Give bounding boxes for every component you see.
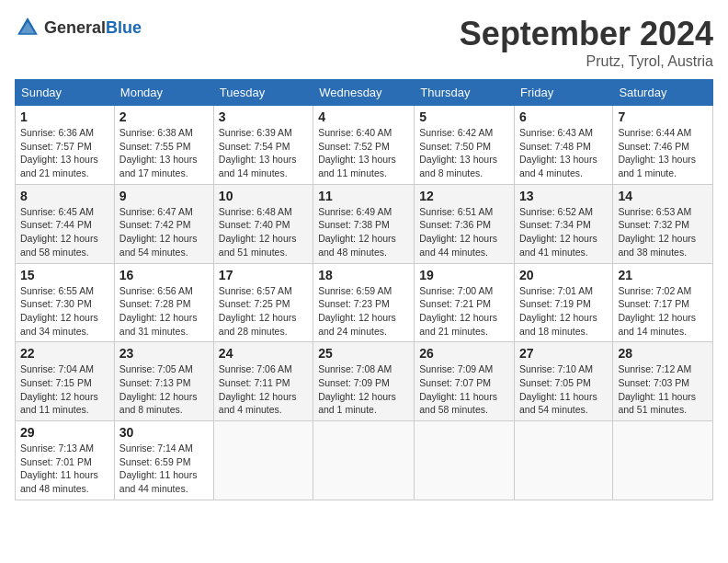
day-number: 29 <box>20 425 109 440</box>
day-info: Sunrise: 7:12 AMSunset: 7:03 PMDaylight:… <box>618 362 708 417</box>
weekday-header-tuesday: Tuesday <box>213 80 313 106</box>
calendar-cell <box>415 421 515 500</box>
day-info: Sunrise: 6:53 AMSunset: 7:32 PMDaylight:… <box>618 205 708 259</box>
weekday-header-thursday: Thursday <box>415 80 515 106</box>
calendar-cell: 3Sunrise: 6:39 AMSunset: 7:54 PMDaylight… <box>213 106 313 185</box>
calendar-cell: 27Sunrise: 7:10 AMSunset: 7:05 PMDayligh… <box>515 342 613 421</box>
calendar-cell: 14Sunrise: 6:53 AMSunset: 7:32 PMDayligh… <box>613 184 713 263</box>
day-number: 22 <box>20 346 109 361</box>
day-info: Sunrise: 6:57 AMSunset: 7:25 PMDaylight:… <box>219 284 308 339</box>
calendar-cell: 21Sunrise: 7:02 AMSunset: 7:17 PMDayligh… <box>613 263 713 342</box>
day-info: Sunrise: 7:10 AMSunset: 7:05 PMDaylight:… <box>519 362 608 417</box>
day-number: 27 <box>519 346 608 361</box>
day-number: 4 <box>318 109 409 124</box>
day-info: Sunrise: 6:39 AMSunset: 7:54 PMDaylight:… <box>219 126 308 180</box>
calendar-cell: 7Sunrise: 6:44 AMSunset: 7:46 PMDaylight… <box>613 106 713 185</box>
day-number: 8 <box>20 189 109 203</box>
day-number: 25 <box>318 346 409 361</box>
day-number: 17 <box>219 268 308 282</box>
calendar-cell: 12Sunrise: 6:51 AMSunset: 7:36 PMDayligh… <box>415 184 515 263</box>
weekday-header-sunday: Sunday <box>16 80 115 106</box>
day-number: 21 <box>618 268 708 282</box>
calendar-cell <box>613 421 713 500</box>
title-block: September 2024 Prutz, Tyrol, Austria <box>460 15 713 70</box>
week-row-5: 29Sunrise: 7:13 AMSunset: 7:01 PMDayligh… <box>16 421 713 500</box>
calendar-table: SundayMondayTuesdayWednesdayThursdayFrid… <box>15 79 713 500</box>
logo-blue: Blue <box>106 18 142 37</box>
day-info: Sunrise: 7:08 AMSunset: 7:09 PMDaylight:… <box>318 362 409 417</box>
day-info: Sunrise: 7:01 AMSunset: 7:19 PMDaylight:… <box>519 284 608 339</box>
day-number: 14 <box>618 189 708 203</box>
day-number: 1 <box>20 109 109 124</box>
calendar-cell: 23Sunrise: 7:05 AMSunset: 7:13 PMDayligh… <box>114 342 213 421</box>
day-info: Sunrise: 7:00 AMSunset: 7:21 PMDaylight:… <box>419 284 509 339</box>
week-row-4: 22Sunrise: 7:04 AMSunset: 7:15 PMDayligh… <box>16 342 713 421</box>
month-title: September 2024 <box>460 15 713 53</box>
calendar-cell: 6Sunrise: 6:43 AMSunset: 7:48 PMDaylight… <box>515 106 613 185</box>
calendar-cell: 24Sunrise: 7:06 AMSunset: 7:11 PMDayligh… <box>213 342 313 421</box>
day-number: 30 <box>119 425 209 440</box>
day-info: Sunrise: 6:38 AMSunset: 7:55 PMDaylight:… <box>119 126 209 180</box>
calendar-cell: 11Sunrise: 6:49 AMSunset: 7:38 PMDayligh… <box>313 184 415 263</box>
day-number: 9 <box>119 189 209 203</box>
weekday-header-row: SundayMondayTuesdayWednesdayThursdayFrid… <box>16 80 713 106</box>
calendar-cell: 29Sunrise: 7:13 AMSunset: 7:01 PMDayligh… <box>16 421 115 500</box>
day-info: Sunrise: 6:49 AMSunset: 7:38 PMDaylight:… <box>318 205 409 259</box>
day-info: Sunrise: 7:06 AMSunset: 7:11 PMDaylight:… <box>219 362 308 417</box>
calendar-cell: 20Sunrise: 7:01 AMSunset: 7:19 PMDayligh… <box>515 263 613 342</box>
day-number: 3 <box>219 109 308 124</box>
calendar-cell: 13Sunrise: 6:52 AMSunset: 7:34 PMDayligh… <box>515 184 613 263</box>
day-number: 23 <box>119 346 209 361</box>
week-row-3: 15Sunrise: 6:55 AMSunset: 7:30 PMDayligh… <box>16 263 713 342</box>
calendar-cell: 8Sunrise: 6:45 AMSunset: 7:44 PMDaylight… <box>16 184 115 263</box>
day-info: Sunrise: 6:45 AMSunset: 7:44 PMDaylight:… <box>20 205 109 259</box>
day-info: Sunrise: 7:02 AMSunset: 7:17 PMDaylight:… <box>618 284 708 339</box>
day-info: Sunrise: 6:51 AMSunset: 7:36 PMDaylight:… <box>419 205 509 259</box>
day-number: 11 <box>318 189 409 203</box>
day-info: Sunrise: 7:04 AMSunset: 7:15 PMDaylight:… <box>20 362 109 417</box>
day-number: 2 <box>119 109 209 124</box>
calendar-cell <box>213 421 313 500</box>
logo-icon <box>15 15 40 40</box>
calendar-cell: 22Sunrise: 7:04 AMSunset: 7:15 PMDayligh… <box>16 342 115 421</box>
calendar-cell: 2Sunrise: 6:38 AMSunset: 7:55 PMDaylight… <box>114 106 213 185</box>
day-info: Sunrise: 7:14 AMSunset: 6:59 PMDaylight:… <box>119 442 209 496</box>
day-number: 12 <box>419 189 509 203</box>
day-number: 24 <box>219 346 308 361</box>
calendar-cell: 1Sunrise: 6:36 AMSunset: 7:57 PMDaylight… <box>16 106 115 185</box>
page-header: GeneralBlue September 2024 Prutz, Tyrol,… <box>15 15 713 70</box>
logo: GeneralBlue <box>15 15 142 40</box>
calendar-cell: 5Sunrise: 6:42 AMSunset: 7:50 PMDaylight… <box>415 106 515 185</box>
day-info: Sunrise: 6:42 AMSunset: 7:50 PMDaylight:… <box>419 126 509 180</box>
day-number: 13 <box>519 189 608 203</box>
calendar-cell <box>515 421 613 500</box>
day-info: Sunrise: 6:56 AMSunset: 7:28 PMDaylight:… <box>119 284 209 339</box>
calendar-cell: 15Sunrise: 6:55 AMSunset: 7:30 PMDayligh… <box>16 263 115 342</box>
week-row-1: 1Sunrise: 6:36 AMSunset: 7:57 PMDaylight… <box>16 106 713 185</box>
day-info: Sunrise: 7:13 AMSunset: 7:01 PMDaylight:… <box>20 442 109 496</box>
day-number: 5 <box>419 109 509 124</box>
day-info: Sunrise: 7:05 AMSunset: 7:13 PMDaylight:… <box>119 362 209 417</box>
day-info: Sunrise: 6:43 AMSunset: 7:48 PMDaylight:… <box>519 126 608 180</box>
day-number: 15 <box>20 268 109 282</box>
weekday-header-wednesday: Wednesday <box>313 80 415 106</box>
day-number: 19 <box>419 268 509 282</box>
day-number: 18 <box>318 268 409 282</box>
calendar-cell: 26Sunrise: 7:09 AMSunset: 7:07 PMDayligh… <box>415 342 515 421</box>
calendar-cell: 17Sunrise: 6:57 AMSunset: 7:25 PMDayligh… <box>213 263 313 342</box>
day-number: 7 <box>618 109 708 124</box>
week-row-2: 8Sunrise: 6:45 AMSunset: 7:44 PMDaylight… <box>16 184 713 263</box>
calendar-cell: 16Sunrise: 6:56 AMSunset: 7:28 PMDayligh… <box>114 263 213 342</box>
day-info: Sunrise: 6:52 AMSunset: 7:34 PMDaylight:… <box>519 205 608 259</box>
calendar-cell: 28Sunrise: 7:12 AMSunset: 7:03 PMDayligh… <box>613 342 713 421</box>
calendar-cell <box>313 421 415 500</box>
weekday-header-friday: Friday <box>515 80 613 106</box>
day-number: 16 <box>119 268 209 282</box>
calendar-cell: 10Sunrise: 6:48 AMSunset: 7:40 PMDayligh… <box>213 184 313 263</box>
weekday-header-saturday: Saturday <box>613 80 713 106</box>
day-info: Sunrise: 6:55 AMSunset: 7:30 PMDaylight:… <box>20 284 109 339</box>
day-info: Sunrise: 6:40 AMSunset: 7:52 PMDaylight:… <box>318 126 409 180</box>
calendar-cell: 30Sunrise: 7:14 AMSunset: 6:59 PMDayligh… <box>114 421 213 500</box>
day-info: Sunrise: 6:47 AMSunset: 7:42 PMDaylight:… <box>119 205 209 259</box>
day-number: 26 <box>419 346 509 361</box>
